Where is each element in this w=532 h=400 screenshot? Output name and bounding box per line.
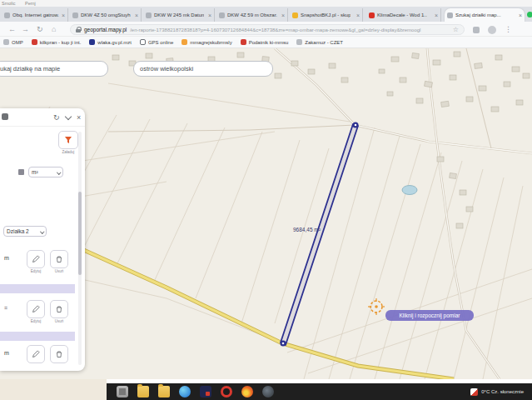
edit-button[interactable] xyxy=(27,250,45,268)
favicon xyxy=(3,39,9,45)
item-divider-band xyxy=(0,284,75,293)
close-icon[interactable]: × xyxy=(281,12,285,18)
reload-icon[interactable]: ↻ xyxy=(37,24,43,34)
panel-scrollbar[interactable] xyxy=(78,132,82,365)
edit-button[interactable] xyxy=(27,345,45,363)
tab-active[interactable]: Szukaj działki map... × xyxy=(445,8,525,22)
url-host: geoportal.mapy.pl xyxy=(84,27,127,32)
favicon xyxy=(32,39,37,45)
favicon xyxy=(241,39,246,45)
lock-icon xyxy=(76,27,81,32)
extension-icon[interactable] xyxy=(473,27,480,33)
firefox-browser-icon[interactable] xyxy=(241,386,253,398)
folder-icon[interactable] xyxy=(158,386,170,398)
page-icon xyxy=(146,12,152,18)
desktop-strip xyxy=(0,379,107,400)
tooltip-text: Kliknij i rozpocznij pomiar xyxy=(400,312,461,319)
edit-button[interactable] xyxy=(27,300,45,318)
bookmark-5[interactable]: mmagrejskubrmsly xyxy=(181,39,231,45)
bookmark-6[interactable]: Podatnik ki-mmsu xyxy=(241,39,289,45)
load-measurements-button[interactable] xyxy=(58,131,78,149)
bookmark-3[interactable]: wlaka.gv.pl.mzt xyxy=(89,39,132,45)
folder-icon[interactable] xyxy=(137,386,149,398)
measurement-value: m xyxy=(4,350,9,356)
weather-text: 0°C Cz. słonecznie xyxy=(481,389,524,394)
refresh-icon[interactable]: ↻ xyxy=(53,113,60,122)
office-app-icon[interactable] xyxy=(200,386,211,398)
weather-icon xyxy=(470,388,478,396)
close-icon[interactable]: × xyxy=(135,12,138,18)
bookmark-star-icon[interactable]: ☆ xyxy=(453,26,459,33)
tab-strip: Obq. Internet gatrow... × DKW 4Z 50 omgS… xyxy=(0,7,532,22)
pencil-icon xyxy=(32,305,40,313)
opera-browser-icon[interactable] xyxy=(221,386,232,398)
page-icon xyxy=(4,12,10,18)
bookmark-4[interactable]: GPS online xyxy=(140,39,173,45)
partial-tab-icon[interactable] xyxy=(527,12,532,18)
measure-cursor-icon xyxy=(368,298,385,315)
address-bar[interactable]: geoportal.mapy.pl /en-raporte-1738821872… xyxy=(70,24,465,35)
back-icon[interactable]: ← xyxy=(8,24,16,34)
home-icon[interactable]: ⌂ xyxy=(52,24,56,34)
close-icon[interactable]: × xyxy=(62,12,65,18)
edit-label: Edytuj xyxy=(27,319,45,323)
steam-icon[interactable] xyxy=(262,386,274,398)
bookmark-2[interactable]: kilkpran - kup ji int. xyxy=(32,39,82,45)
edit-label: Edytuj xyxy=(27,269,45,273)
bookmark-7[interactable]: Zakamuz - CZET xyxy=(296,39,343,45)
measure-area-label: 9684,45 m² xyxy=(293,227,321,232)
menu-icon[interactable]: ⋮ xyxy=(505,24,512,34)
tab-5[interactable]: SnapshotBKJ.pl - skup... × xyxy=(290,8,363,22)
system-tray[interactable]: 0°C Cz. słonecznie xyxy=(470,388,532,396)
start-button-icon[interactable] xyxy=(117,386,128,398)
forward-icon[interactable]: → xyxy=(22,24,29,34)
site-icon xyxy=(292,12,298,18)
tab-3[interactable]: DKW W 245 mk Datum... × xyxy=(143,8,215,22)
window-top-strip: Smolic Pernj xyxy=(0,0,532,7)
tab-1[interactable]: Obq. Internet gatrow... × xyxy=(2,8,68,22)
measured-parcel[interactable]: 9684,45 m² xyxy=(281,122,359,347)
panel-title-icon xyxy=(2,113,8,120)
edge-browser-icon[interactable] xyxy=(179,386,191,398)
browser-toolbar: ← → ↻ ⌂ geoportal.mapy.pl /en-raporte-17… xyxy=(0,22,532,37)
close-icon[interactable]: × xyxy=(519,12,522,18)
trash-icon xyxy=(55,350,63,358)
url-path: /en-raporte-173882187283818?p=4-16073071… xyxy=(130,28,450,32)
collapse-chevron-icon[interactable] xyxy=(66,112,71,121)
scrollbar-thumb[interactable] xyxy=(78,192,82,275)
favicon xyxy=(140,39,146,45)
delete-button[interactable] xyxy=(50,300,68,318)
delete-button[interactable] xyxy=(50,250,68,268)
tab-6[interactable]: KlimaDecale - Wod 1... × xyxy=(366,8,441,22)
measurement-value: = xyxy=(4,305,7,311)
close-icon[interactable]: × xyxy=(435,12,438,18)
window-label-2: Pernj xyxy=(25,1,36,6)
close-icon[interactable]: × xyxy=(356,12,360,18)
unit-row-icon xyxy=(18,169,24,175)
bookmark-1[interactable]: OMP xyxy=(3,39,23,45)
delete-button[interactable] xyxy=(50,345,68,363)
pencil-icon xyxy=(32,350,40,358)
tab-4[interactable]: DKW 4Z 59 m Obszar... × xyxy=(216,8,288,22)
close-icon[interactable]: × xyxy=(208,12,211,18)
item-divider-band xyxy=(0,332,75,341)
favicon xyxy=(296,39,302,45)
tab-2[interactable]: DKW 4Z 50 omgStuyh... × xyxy=(70,8,142,22)
delete-label: Usuń xyxy=(50,319,68,323)
pond xyxy=(402,186,417,195)
city-search-input[interactable]: ostrów wielkopolski xyxy=(133,61,273,77)
window-label-1: Smolic xyxy=(2,1,16,6)
panel-close-icon[interactable]: × xyxy=(77,113,81,122)
trash-icon xyxy=(55,255,63,263)
parcel-selector-dropdown[interactable]: Działka 2 xyxy=(3,226,47,237)
unit-dropdown[interactable]: m² xyxy=(28,167,63,178)
avatar[interactable] xyxy=(488,26,496,34)
page-icon xyxy=(447,12,453,18)
chevron-down-icon xyxy=(57,170,61,174)
taskbar: 0°C Cz. słonecznie xyxy=(107,383,532,400)
favicon xyxy=(181,39,187,45)
parcel-search-input[interactable]: ukaj działkę na mapie xyxy=(0,61,108,77)
video-site-icon xyxy=(369,12,375,18)
favicon xyxy=(89,39,95,45)
measurement-panel: ↻ × Załaduj m² Działka 2 m Edytuj Usuń =… xyxy=(0,108,85,371)
